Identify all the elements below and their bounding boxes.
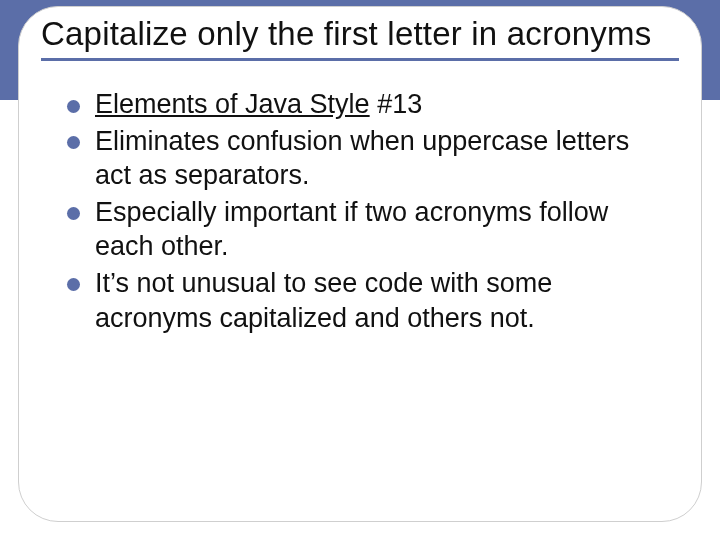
list-item: Especially important if two acronyms fol… bbox=[67, 195, 661, 264]
bullet-icon bbox=[67, 100, 80, 113]
bullet-icon bbox=[67, 278, 80, 291]
list-item: Elements of Java Style #13 bbox=[67, 87, 661, 122]
list-item: It’s not unusual to see code with some a… bbox=[67, 266, 661, 335]
bullet-text-post: #13 bbox=[370, 89, 423, 119]
bullet-text-pre: Especially important if two acronyms fol… bbox=[95, 197, 608, 262]
bullet-icon bbox=[67, 207, 80, 220]
slide-title: Capitalize only the first letter in acro… bbox=[19, 7, 701, 56]
slide: Capitalize only the first letter in acro… bbox=[0, 0, 720, 540]
bullet-text-pre: It’s not unusual to see code with some a… bbox=[95, 268, 552, 333]
bullet-icon bbox=[67, 136, 80, 149]
content-frame: Capitalize only the first letter in acro… bbox=[18, 6, 702, 522]
bullet-text-pre: Eliminates confusion when uppercase lett… bbox=[95, 126, 629, 191]
list-item: Eliminates confusion when uppercase lett… bbox=[67, 124, 661, 193]
bullet-list: Elements of Java Style #13 Eliminates co… bbox=[67, 87, 661, 335]
slide-body: Elements of Java Style #13 Eliminates co… bbox=[19, 61, 701, 357]
bullet-link: Elements of Java Style bbox=[95, 89, 370, 119]
